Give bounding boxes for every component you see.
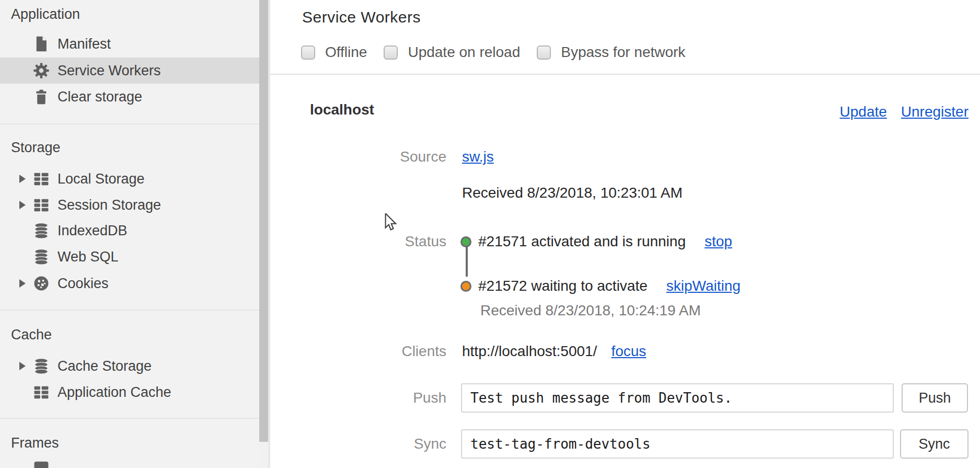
offline-checkbox[interactable] <box>301 45 315 60</box>
service-workers-toolbar: Service Workers Offline Update on reload… <box>270 0 980 75</box>
waiting-received-text: Received 8/23/2018, 10:24:19 AM <box>480 302 701 319</box>
client-url: http://localhost:5001/ <box>462 343 597 360</box>
status-waiting-dot <box>460 281 471 292</box>
sidebar-divider <box>0 310 259 311</box>
stop-link[interactable]: stop <box>705 233 732 250</box>
table-icon <box>32 383 50 401</box>
trash-icon <box>32 88 50 106</box>
expander-icon[interactable] <box>19 201 26 209</box>
offline-checkbox-item[interactable]: Offline <box>301 44 367 61</box>
sidebar-scrollbar-track[interactable] <box>259 0 268 468</box>
sidebar-item-clear-storage[interactable]: Clear storage <box>0 84 259 110</box>
push-message-input[interactable] <box>461 383 894 413</box>
sync-label: Sync <box>270 429 446 459</box>
update-on-reload-checkbox-item[interactable]: Update on reload <box>384 44 520 61</box>
update-link[interactable]: Update <box>840 104 887 120</box>
sidebar-divider <box>0 123 259 124</box>
service-workers-pane: Service Workers Offline Update on reload… <box>268 0 980 468</box>
status-row-waiting: #21572 waiting to activate skipWaiting <box>270 278 980 294</box>
sidebar-item-cache-storage[interactable]: Cache Storage <box>0 353 259 379</box>
frame-icon <box>32 460 50 468</box>
database-icon <box>32 248 50 266</box>
sidebar-item-service-workers[interactable]: Service Workers <box>0 58 259 84</box>
source-received-text: Received 8/23/2018, 10:23:01 AM <box>462 185 683 201</box>
status-running-dot <box>460 236 471 247</box>
sidebar-section-storage: Storage <box>11 135 251 160</box>
table-icon <box>32 196 50 214</box>
cookie-icon <box>32 275 50 292</box>
sidebar-item-frame-partial[interactable] <box>0 460 259 468</box>
sidebar-item-local-storage[interactable]: Local Storage <box>0 166 259 192</box>
clients-label: Clients <box>270 343 446 360</box>
push-label: Push <box>270 383 446 413</box>
skipwaiting-link[interactable]: skipWaiting <box>666 278 741 294</box>
expander-icon[interactable] <box>19 175 26 183</box>
sync-row: Sync Sync <box>270 429 980 459</box>
sidebar-scrollbar-thumb[interactable] <box>259 0 268 442</box>
sidebar-item-application-cache[interactable]: Application Cache <box>0 379 259 405</box>
push-button[interactable]: Push <box>902 383 968 413</box>
database-icon <box>32 222 50 239</box>
sync-tag-input[interactable] <box>461 429 894 459</box>
source-file-link[interactable]: sw.js <box>462 149 494 165</box>
status-waiting-text: #21572 waiting to activate <box>478 278 648 294</box>
status-timeline-connector <box>466 247 468 277</box>
status-label: Status <box>270 233 446 250</box>
gear-icon <box>32 62 50 79</box>
source-received-row: Received 8/23/2018, 10:23:01 AM <box>270 185 980 201</box>
update-on-reload-checkbox[interactable] <box>384 45 398 60</box>
push-row: Push Push <box>270 383 980 413</box>
sidebar-section-frames: Frames <box>11 430 251 455</box>
unregister-link[interactable]: Unregister <box>901 104 969 120</box>
application-panel-sidebar: Application Manifest Service Workers <box>0 0 259 468</box>
sidebar-section-application: Application <box>11 2 251 27</box>
source-row: Source sw.js <box>270 149 980 165</box>
database-icon <box>32 357 50 375</box>
sidebar-item-manifest[interactable]: Manifest <box>0 31 259 57</box>
status-row-running: Status #21571 activated and is running s… <box>270 233 980 250</box>
source-label: Source <box>270 149 446 165</box>
sidebar-item-web-sql[interactable]: Web SQL <box>0 244 259 270</box>
sidebar-section-cache: Cache <box>11 322 251 347</box>
status-running-text: #21571 activated and is running <box>478 233 686 250</box>
bypass-for-network-checkbox[interactable] <box>537 45 551 60</box>
worker-origin-title: localhost <box>310 101 374 118</box>
waiting-received-row: Received 8/23/2018, 10:24:19 AM <box>270 302 980 319</box>
sidebar-item-cookies[interactable]: Cookies <box>0 270 259 296</box>
page-title: Service Workers <box>302 8 421 26</box>
bypass-for-network-checkbox-item[interactable]: Bypass for network <box>537 44 685 61</box>
toolbar-checkboxes: Offline Update on reload Bypass for netw… <box>301 44 685 61</box>
expander-icon[interactable] <box>19 362 26 370</box>
sidebar-item-indexeddb[interactable]: IndexedDB <box>0 218 259 244</box>
table-icon <box>32 170 50 188</box>
sync-button[interactable]: Sync <box>900 429 969 459</box>
focus-link[interactable]: focus <box>611 343 646 360</box>
sidebar-divider <box>0 418 259 419</box>
worker-header-links: Update Unregister <box>840 104 969 120</box>
sidebar-item-session-storage[interactable]: Session Storage <box>0 192 259 218</box>
manifest-icon <box>32 35 50 53</box>
expander-icon[interactable] <box>19 279 26 288</box>
clients-row: Clients http://localhost:5001/ focus <box>270 343 980 360</box>
